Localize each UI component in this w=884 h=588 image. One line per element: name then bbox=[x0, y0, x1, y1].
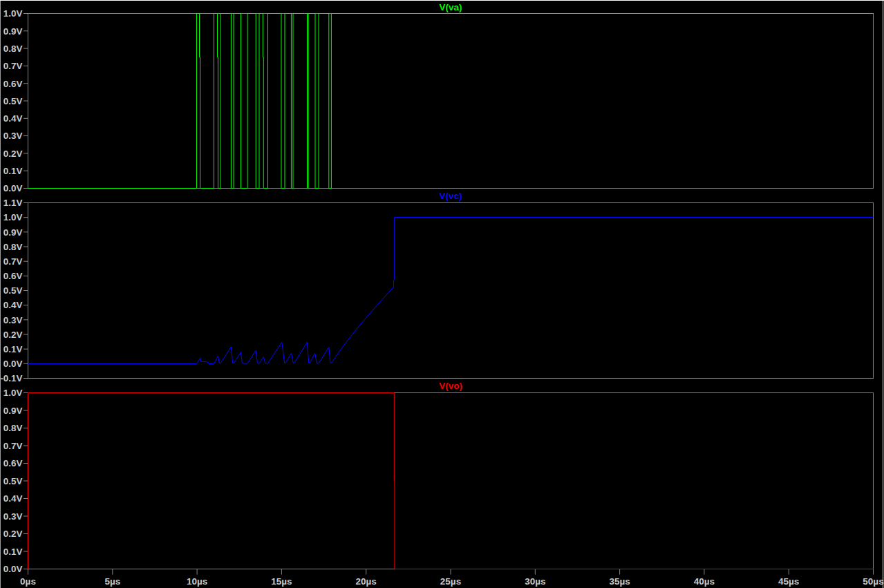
svg-text:0.2V: 0.2V bbox=[3, 529, 23, 539]
svg-text:1.0V: 1.0V bbox=[3, 8, 23, 19]
svg-text:0.2V: 0.2V bbox=[3, 330, 23, 340]
svg-text:0.3V: 0.3V bbox=[3, 131, 23, 141]
svg-text:0.9V: 0.9V bbox=[3, 26, 23, 37]
svg-text:35µs: 35µs bbox=[609, 576, 630, 587]
svg-text:0.0V: 0.0V bbox=[3, 564, 23, 574]
svg-text:0.3V: 0.3V bbox=[3, 511, 23, 522]
svg-text:V(vc): V(vc) bbox=[439, 191, 462, 201]
svg-text:0.5V: 0.5V bbox=[3, 476, 23, 486]
svg-text:15µs: 15µs bbox=[271, 576, 292, 587]
svg-text:0.2V: 0.2V bbox=[3, 149, 23, 159]
svg-text:0.7V: 0.7V bbox=[3, 441, 23, 451]
svg-text:1.0V: 1.0V bbox=[3, 388, 23, 398]
svg-text:0.9V: 0.9V bbox=[3, 227, 23, 238]
svg-text:20µs: 20µs bbox=[356, 576, 377, 587]
svg-text:0.6V: 0.6V bbox=[3, 271, 23, 281]
svg-text:50µs: 50µs bbox=[863, 576, 883, 587]
svg-text:40µs: 40µs bbox=[694, 576, 715, 587]
svg-text:V(va): V(va) bbox=[439, 2, 462, 12]
svg-text:10µs: 10µs bbox=[187, 576, 207, 587]
svg-text:0.0V: 0.0V bbox=[3, 183, 23, 193]
svg-text:45µs: 45µs bbox=[778, 576, 799, 587]
svg-text:0.3V: 0.3V bbox=[3, 315, 23, 325]
svg-text:0.7V: 0.7V bbox=[3, 256, 23, 267]
svg-text:0.1V: 0.1V bbox=[3, 344, 23, 354]
svg-text:V(vo): V(vo) bbox=[439, 381, 462, 391]
svg-text:0.6V: 0.6V bbox=[3, 79, 23, 89]
svg-text:0µs: 0µs bbox=[20, 576, 36, 587]
svg-text:0.5V: 0.5V bbox=[3, 96, 23, 106]
svg-text:0.4V: 0.4V bbox=[3, 493, 23, 504]
svg-text:0.8V: 0.8V bbox=[3, 423, 23, 433]
svg-text:0.1V: 0.1V bbox=[3, 547, 23, 557]
svg-text:0.0V: 0.0V bbox=[3, 359, 23, 369]
svg-text:0.5V: 0.5V bbox=[3, 285, 23, 296]
svg-text:0.6V: 0.6V bbox=[3, 458, 23, 468]
svg-text:5µs: 5µs bbox=[104, 576, 120, 587]
svg-text:0.4V: 0.4V bbox=[3, 300, 23, 310]
svg-text:30µs: 30µs bbox=[525, 576, 545, 587]
svg-text:0.8V: 0.8V bbox=[3, 44, 23, 54]
svg-text:0.9V: 0.9V bbox=[3, 406, 23, 416]
svg-text:0.8V: 0.8V bbox=[3, 242, 23, 252]
svg-text:1.0V: 1.0V bbox=[3, 212, 23, 222]
svg-text:0.4V: 0.4V bbox=[3, 113, 23, 124]
svg-text:0.7V: 0.7V bbox=[3, 61, 23, 71]
svg-text:0.1V: 0.1V bbox=[3, 166, 23, 176]
svg-text:1.1V: 1.1V bbox=[3, 198, 23, 208]
svg-text:25µs: 25µs bbox=[440, 576, 461, 587]
svg-text:-0.1V: -0.1V bbox=[0, 373, 22, 383]
